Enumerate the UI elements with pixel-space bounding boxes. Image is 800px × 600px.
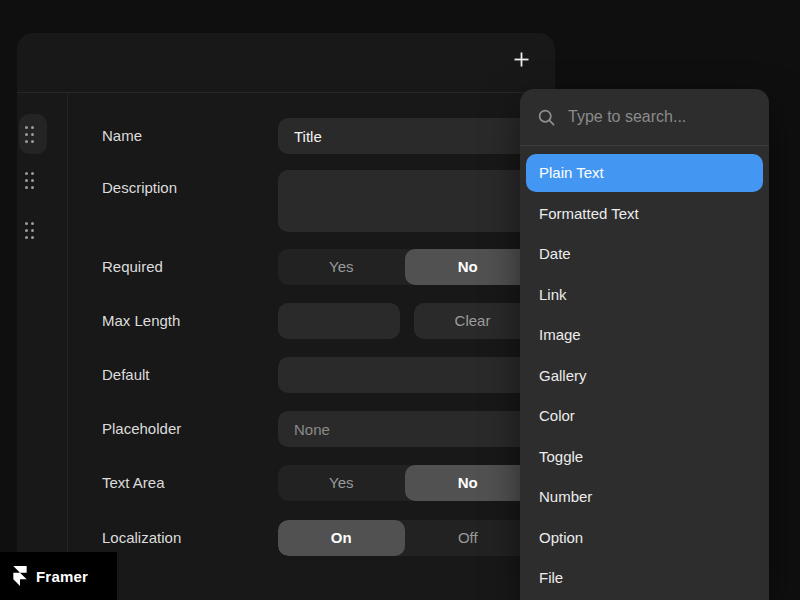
framer-badge[interactable]: Framer (0, 552, 117, 600)
drag-handle-icon[interactable] (25, 222, 34, 239)
field-settings-modal: Name Description Required Yes No Max Len… (17, 33, 555, 600)
menu-item-toggle[interactable]: Toggle (526, 438, 763, 476)
plus-icon (514, 52, 529, 67)
clear-button[interactable]: Clear (414, 303, 531, 339)
drag-handle-icon[interactable] (25, 172, 34, 189)
localization-toggle: On Off (278, 520, 531, 556)
text-area-toggle: Yes No (278, 465, 531, 501)
required-option-yes[interactable]: Yes (278, 249, 405, 285)
description-textarea[interactable] (278, 170, 531, 232)
name-input[interactable] (278, 118, 531, 154)
search-icon (538, 109, 555, 126)
localization-option-on[interactable]: On (278, 520, 405, 556)
placeholder-input[interactable] (278, 411, 531, 447)
localization-label: Localization (102, 520, 181, 556)
menu-item-number[interactable]: Number (526, 478, 763, 516)
add-field-button[interactable] (507, 45, 535, 73)
menu-item-file[interactable]: File (526, 559, 763, 597)
form-row-name: Name (102, 118, 531, 154)
placeholder-label: Placeholder (102, 411, 181, 447)
max-length-input[interactable] (278, 303, 400, 339)
field-list-strip (17, 93, 68, 600)
menu-item-date[interactable]: Date (526, 235, 763, 273)
drag-handle-icon[interactable] (25, 126, 34, 143)
menu-item-color[interactable]: Color (526, 397, 763, 435)
form-row-text-area: Text Area Yes No (102, 465, 531, 501)
menu-item-option[interactable]: Option (526, 519, 763, 557)
default-label: Default (102, 357, 150, 393)
menu-item-formatted-text[interactable]: Formatted Text (526, 195, 763, 233)
dropdown-search-row (520, 89, 769, 146)
description-label: Description (102, 170, 177, 206)
localization-option-off[interactable]: Off (405, 520, 532, 556)
required-toggle: Yes No (278, 249, 531, 285)
form-row-max-length: Max Length Clear (102, 303, 531, 339)
framer-badge-label: Framer (36, 568, 88, 585)
field-type-menu: Plain Text Formatted Text Date Link Imag… (520, 146, 769, 597)
canvas-background: Name Description Required Yes No Max Len… (0, 0, 800, 600)
form-row-required: Required Yes No (102, 249, 531, 285)
framer-logo-icon (13, 566, 27, 586)
required-label: Required (102, 249, 163, 285)
text-area-option-yes[interactable]: Yes (278, 465, 405, 501)
max-length-label: Max Length (102, 303, 180, 339)
form-row-localization: Localization On Off (102, 520, 531, 556)
required-option-no[interactable]: No (405, 249, 532, 285)
field-type-dropdown: Plain Text Formatted Text Date Link Imag… (520, 89, 769, 600)
name-label: Name (102, 118, 142, 154)
modal-header (17, 33, 555, 93)
form-row-default: Default (102, 357, 531, 393)
search-input[interactable] (566, 107, 751, 127)
menu-item-link[interactable]: Link (526, 276, 763, 314)
form-row-description: Description (102, 170, 531, 232)
menu-item-image[interactable]: Image (526, 316, 763, 354)
form-row-placeholder: Placeholder (102, 411, 531, 447)
menu-item-plain-text[interactable]: Plain Text (526, 154, 763, 192)
default-input[interactable] (278, 357, 531, 393)
text-area-option-no[interactable]: No (405, 465, 532, 501)
text-area-label: Text Area (102, 465, 165, 501)
menu-item-gallery[interactable]: Gallery (526, 357, 763, 395)
